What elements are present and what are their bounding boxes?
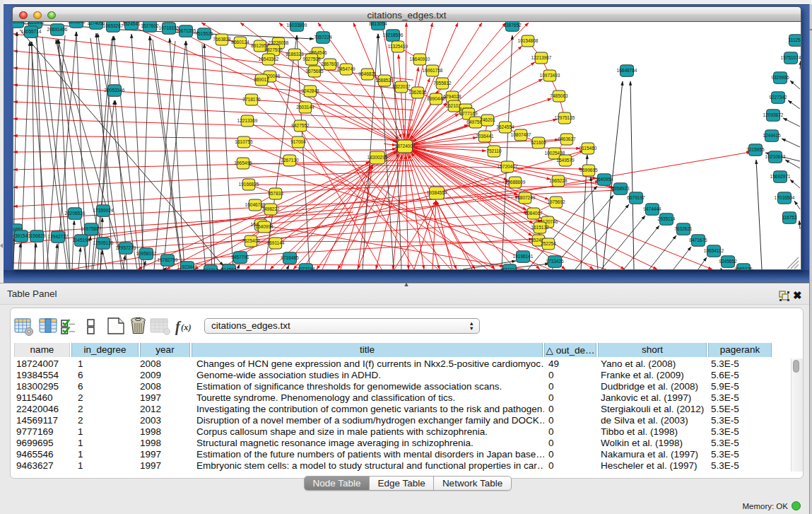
svg-text:9329966: 9329966 [771, 75, 789, 80]
svg-text:997217: 997217 [203, 268, 218, 270]
svg-text:1965228: 1965228 [549, 178, 567, 183]
svg-text:8958923: 8958923 [611, 186, 630, 191]
svg-text:9646821: 9646821 [358, 71, 377, 76]
svg-text:11325419: 11325419 [388, 44, 408, 49]
svg-text:16543362: 16543362 [259, 57, 279, 62]
svg-text:8660124: 8660124 [231, 40, 249, 45]
svg-text:1540994: 1540994 [255, 224, 273, 229]
svg-text:832110: 832110 [502, 267, 517, 270]
svg-text:19384554: 19384554 [427, 190, 447, 195]
svg-text:7955812: 7955812 [433, 81, 452, 86]
svg-text:9327508: 9327508 [302, 57, 321, 62]
svg-text:10975867: 10975867 [81, 226, 102, 231]
svg-text:10973493: 10973493 [540, 73, 560, 78]
svg-text:19166825: 19166825 [239, 182, 259, 187]
svg-text:12975135: 12975135 [555, 115, 575, 120]
svg-text:12213967: 12213967 [531, 55, 552, 60]
svg-text:10154808: 10154808 [518, 38, 539, 43]
svg-text:7625402: 7625402 [242, 238, 260, 243]
svg-text:9716485: 9716485 [281, 255, 299, 260]
svg-text:20206536: 20206536 [65, 211, 86, 216]
svg-text:6679197: 6679197 [627, 195, 645, 200]
svg-text:7357224: 7357224 [314, 35, 332, 40]
svg-text:9245652: 9245652 [719, 259, 737, 264]
svg-text:9806845: 9806845 [67, 22, 86, 24]
svg-text:7515526: 7515526 [195, 31, 213, 36]
svg-text:1733426: 1733426 [546, 259, 564, 264]
svg-text:16648784: 16648784 [617, 68, 637, 73]
svg-text:1615132: 1615132 [531, 225, 549, 230]
svg-text:746201: 746201 [480, 117, 495, 122]
svg-text:17359924: 17359924 [93, 208, 114, 213]
svg-text:116753: 116753 [782, 215, 797, 220]
svg-text:10653267: 10653267 [103, 23, 124, 28]
svg-text:9474444: 9474444 [643, 206, 661, 211]
svg-text:1362635: 1362635 [408, 90, 427, 95]
svg-text:20053346: 20053346 [105, 88, 125, 93]
svg-text:814560: 814560 [221, 267, 237, 270]
svg-text:3215955: 3215955 [746, 147, 765, 152]
svg-text:15720407: 15720407 [498, 164, 518, 169]
svg-text:12942737: 12942737 [48, 234, 69, 239]
svg-text:9699695: 9699695 [579, 168, 598, 173]
svg-text:10210643: 10210643 [765, 154, 786, 159]
svg-text:111254: 111254 [789, 37, 801, 42]
svg-text:18640910: 18640910 [410, 57, 430, 62]
svg-text:1691144: 1691144 [267, 240, 285, 245]
svg-text:6794028: 6794028 [443, 94, 461, 99]
svg-text:8454749: 8454749 [337, 66, 355, 71]
svg-text:12213369: 12213369 [237, 118, 258, 123]
svg-text:621605: 621605 [531, 140, 546, 145]
svg-text:8471676: 8471676 [689, 238, 707, 243]
svg-text:2387652: 2387652 [503, 23, 522, 28]
svg-text:10688609: 10688609 [505, 180, 526, 185]
svg-text:18807249: 18807249 [515, 195, 536, 200]
svg-text:1965495: 1965495 [234, 160, 252, 165]
svg-text:19218506: 19218506 [383, 33, 404, 37]
svg-text:1023244: 1023244 [297, 267, 315, 270]
svg-text:1588520: 1588520 [375, 78, 394, 83]
svg-text:1610755: 1610755 [235, 139, 253, 144]
svg-text:2935114: 2935114 [658, 216, 676, 221]
svg-text:9457791: 9457791 [231, 255, 249, 259]
svg-text:9965336: 9965336 [734, 267, 753, 270]
svg-text:2059080: 2059080 [13, 22, 26, 24]
svg-text:8990440: 8990440 [427, 96, 445, 101]
svg-text:1549579: 1549579 [556, 158, 575, 163]
svg-text:7485063: 7485063 [550, 93, 568, 98]
svg-text:8813054: 8813054 [369, 22, 387, 26]
svg-text:3624554: 3624554 [496, 124, 514, 129]
svg-text:7632621: 7632621 [674, 226, 693, 231]
svg-text:9115460: 9115460 [579, 146, 597, 151]
svg-text:8322037: 8322037 [392, 84, 411, 89]
svg-text:20691406: 20691406 [47, 27, 68, 32]
svg-text:18724007: 18724007 [395, 144, 416, 148]
svg-text:7663822: 7663822 [213, 37, 231, 42]
svg-text:3675685: 3675685 [305, 69, 324, 74]
svg-text:11923446: 11923446 [177, 264, 198, 269]
svg-text:3267130: 3267130 [281, 158, 299, 163]
svg-text:15751074: 15751074 [781, 55, 801, 60]
svg-text:17957273: 17957273 [116, 245, 136, 250]
svg-text:752110: 752110 [486, 148, 502, 153]
svg-text:252254: 252254 [541, 241, 556, 246]
svg-text:3498222: 3498222 [261, 206, 280, 211]
svg-text:14055714: 14055714 [21, 29, 42, 34]
svg-text:12505135: 12505135 [93, 240, 114, 245]
svg-text:16961758: 16961758 [423, 68, 443, 73]
svg-text:17016504: 17016504 [775, 195, 795, 200]
svg-text:1640954: 1640954 [595, 177, 613, 182]
svg-text:2867608: 2867608 [321, 62, 339, 66]
svg-text:16033809: 16033809 [287, 23, 307, 28]
svg-text:1145194: 1145194 [73, 238, 90, 243]
svg-text:16782759: 16782759 [158, 257, 178, 262]
svg-text:15692971: 15692971 [770, 174, 791, 179]
svg-text:2718176: 2718176 [242, 97, 261, 102]
svg-text:1626992: 1626992 [26, 22, 45, 25]
svg-text:9227342: 9227342 [769, 95, 787, 100]
svg-text:14196141: 14196141 [513, 254, 534, 259]
svg-text:10807487: 10807487 [511, 132, 531, 137]
svg-text:10654112: 10654112 [704, 248, 724, 253]
svg-text:989012: 989012 [254, 77, 269, 82]
svg-text:9827500: 9827500 [264, 47, 283, 52]
